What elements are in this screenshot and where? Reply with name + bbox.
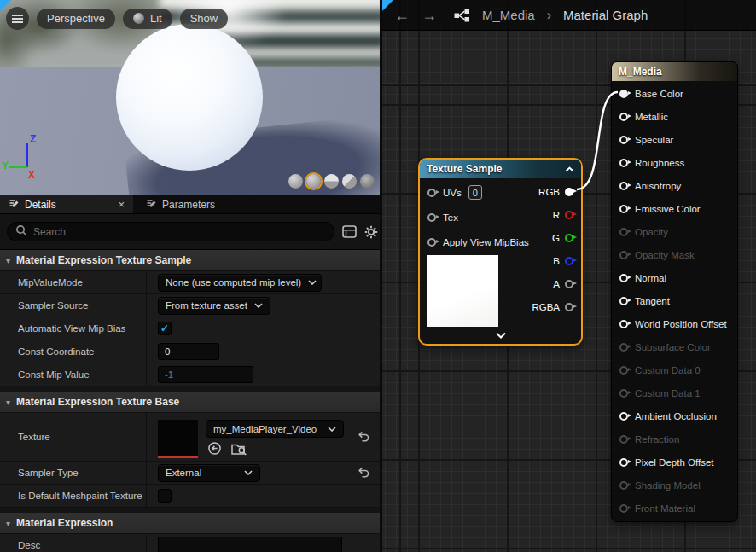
preview-shape-cylinder-button[interactable] [288,174,303,189]
tab-label: Parameters [162,199,215,211]
show-label: Show [190,12,218,25]
axis-z-label: Z [30,133,36,145]
output-pin-a-icon[interactable] [565,280,573,288]
viewport-menu-button[interactable] [6,7,29,30]
material-pin-opacity-mask-icon[interactable] [619,251,628,259]
tab-parameters[interactable]: Parameters [137,195,224,213]
pin-label: Front Material [635,503,695,514]
material-pin-subsurface-color-icon[interactable] [619,343,628,352]
material-graph-panel[interactable]: ← → M_Media › Material Graph Texture Sam… [380,0,756,552]
property-label: Sampler Source [0,294,147,317]
settings-icon[interactable] [364,224,378,241]
input-const-coordinate[interactable] [158,343,219,360]
material-pin-shading-model-icon[interactable] [619,481,628,490]
preview-shape-teapot-button[interactable] [360,174,375,189]
pin-label: Subsurface Color [635,342,711,352]
output-pin-rgb-icon[interactable] [565,188,573,196]
output-pin-b-icon[interactable] [565,257,573,265]
preview-shape-sphere-button[interactable] [306,174,321,189]
material-pin-metallic-icon[interactable] [619,113,628,121]
checkbox-is-default-meshpaint-texture[interactable] [158,489,172,503]
output-pin-g-icon[interactable] [565,234,573,242]
dropdown-mipvaluemode[interactable]: None (use computed mip level) [158,274,322,292]
material-pin-roughness-icon[interactable] [619,159,628,167]
breadcrumb-asset[interactable]: M_Media [482,8,535,22]
material-pin-refraction-icon[interactable] [619,435,628,444]
material-pin-pixel-depth-offset-icon[interactable] [619,458,628,467]
material-pin-custom-data-1-icon[interactable] [619,389,628,398]
search-input[interactable] [33,226,326,238]
pin-label: Tangent [635,296,670,306]
material-pin-opacity-icon[interactable] [619,228,628,236]
input-const-mip-value[interactable] [158,366,253,383]
details-tab-bar: Details × Parameters [0,195,380,214]
preview-shape-cube-button[interactable] [342,174,357,189]
input-pin-uvs-icon[interactable] [427,189,436,197]
breadcrumb-page[interactable]: Material Graph [563,8,648,22]
dropdown-value: None (use computed mip level) [166,277,301,288]
material-pin-base-color-icon[interactable] [619,90,628,98]
node-material-result[interactable]: M_Media Base ColorMetallicSpecularRoughn… [611,61,738,522]
browse-to-asset-icon[interactable] [231,442,247,456]
section-header-material-expression-texture-base[interactable]: ▾Material Expression Texture Base [0,392,380,413]
texture-thumbnail[interactable] [158,420,198,458]
node-material-result-header[interactable]: M_Media [612,62,737,81]
node-texture-sample[interactable]: Texture Sample UVs0TexApply View MipBias… [418,158,583,346]
material-pin-tangent-icon[interactable] [619,297,628,305]
close-tab-icon[interactable]: × [118,199,125,210]
lit-label: Lit [150,12,162,25]
dropdown-texture-asset[interactable]: my_MediaPlayer_Video [206,420,344,438]
axis-x-label: X [28,169,35,181]
property-label: Const Mip Value [0,363,147,386]
perspective-button[interactable]: Perspective [37,9,115,29]
texture-preview-image [427,255,498,327]
chevron-down-icon [308,280,317,285]
search-box[interactable] [7,222,334,241]
material-pin-anisotropy-icon[interactable] [619,182,628,190]
material-pin-custom-data-0-icon[interactable] [619,366,628,375]
checkbox-automatic-view-mip-bias[interactable]: ✓ [158,322,172,335]
ts-output-rgb: RGB [538,184,573,199]
pin-label: R [553,210,560,220]
output-pin-r-icon[interactable] [565,211,573,219]
details-section-material-expression-texture-base: ▾Material Expression Texture BaseTexture… [0,392,380,508]
node-texture-sample-header[interactable]: Texture Sample [420,160,581,178]
section-header-material-expression-texture-sample[interactable]: ▾Material Expression Texture Sample [0,250,380,271]
pin-label: RGB [538,187,560,197]
tab-details[interactable]: Details × [0,195,133,213]
material-pin-front-material-icon[interactable] [619,504,628,513]
display-filter-icon[interactable] [342,224,357,241]
preview-shape-plane-button[interactable] [324,174,339,189]
pin-label: Apply View MipBias [443,237,529,247]
expand-chevron-icon[interactable] [495,327,506,342]
forward-arrow-button[interactable]: → [422,8,437,23]
material-pin-specular-icon[interactable] [619,136,628,144]
input-pin-tex-icon[interactable] [427,213,436,222]
section-header-material-expression[interactable]: ▾Material Expression [0,513,380,534]
uv-index-box[interactable]: 0 [468,185,482,200]
hamburger-icon [12,18,23,20]
preview-viewport[interactable]: Perspective Lit Show Z Y X [0,0,380,195]
axis-z-line [26,143,28,167]
reset-to-default-button[interactable] [357,431,369,443]
reset-to-default-button[interactable] [357,467,369,479]
dropdown-sampler-type[interactable]: External [158,464,260,482]
node-title: M_Media [619,66,662,78]
material-pin-ambient-occlusion-icon[interactable] [619,412,628,421]
chevron-down-icon [328,427,336,432]
chevron-down-icon [244,470,253,475]
material-pin-world-position-offset-icon[interactable] [619,320,628,328]
material-pin-emissive-color-icon[interactable] [619,205,628,213]
show-button[interactable]: Show [180,9,229,29]
use-selected-asset-icon[interactable] [207,441,222,456]
pin-label: Base Color [635,89,683,99]
input-desc[interactable] [158,537,342,552]
material-pin-normal-icon[interactable] [619,274,628,282]
collapse-chevron-icon[interactable] [565,166,574,172]
output-pin-rgba-icon[interactable] [565,303,573,311]
lit-mode-button[interactable]: Lit [123,9,172,29]
input-pin-apply-view-mipbias-icon[interactable] [427,238,436,247]
material-pin-custom-data-1: Custom Data 1 [619,386,701,400]
back-arrow-button[interactable]: ← [394,8,410,23]
dropdown-sampler-source[interactable]: From texture asset [158,297,270,315]
